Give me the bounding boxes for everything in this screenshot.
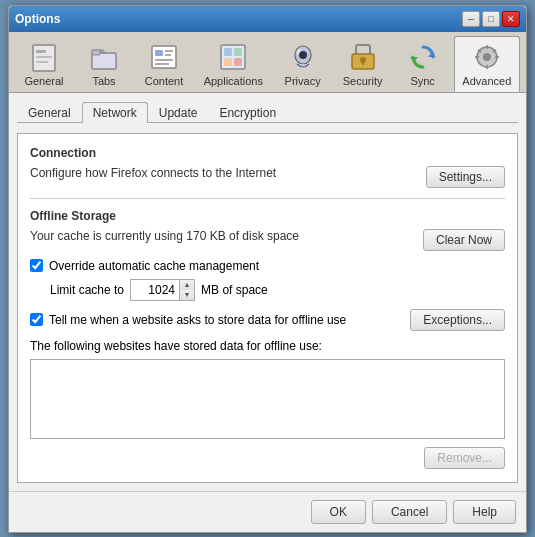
privacy-icon [287, 41, 319, 73]
title-controls: ─ □ ✕ [462, 11, 520, 27]
toolbar-tab-bar: General Tabs [9, 32, 526, 93]
tab-advanced[interactable]: Advanced [454, 36, 520, 92]
help-button[interactable]: Help [453, 500, 516, 524]
window-title: Options [15, 12, 60, 26]
svg-marker-26 [410, 57, 418, 62]
tab-security-label: Security [343, 75, 383, 87]
tell-me-row: Tell me when a website asks to store dat… [30, 309, 505, 331]
limit-unit: MB of space [201, 283, 268, 297]
svg-rect-17 [234, 58, 242, 66]
tell-me-checkbox[interactable] [30, 313, 43, 326]
svg-rect-10 [165, 54, 171, 56]
tab-sync-label: Sync [410, 75, 434, 87]
ok-button[interactable]: OK [311, 500, 366, 524]
tell-me-checkbox-row: Tell me when a website asks to store dat… [30, 313, 346, 327]
inner-tab-update[interactable]: Update [148, 102, 209, 123]
svg-rect-8 [155, 50, 163, 56]
clear-now-button[interactable]: Clear Now [423, 229, 505, 251]
tab-content[interactable]: Content [135, 36, 193, 92]
inner-tab-general[interactable]: General [17, 102, 82, 123]
svg-rect-3 [36, 61, 48, 63]
override-checkbox[interactable] [30, 259, 43, 272]
advanced-icon [471, 41, 503, 73]
connection-title: Connection [30, 146, 505, 160]
limit-input[interactable]: 1024 [130, 279, 180, 301]
website-list[interactable] [30, 359, 505, 439]
svg-rect-9 [165, 50, 173, 52]
tab-applications[interactable]: Applications [195, 36, 272, 92]
svg-rect-14 [224, 48, 232, 56]
svg-rect-16 [224, 58, 232, 66]
svg-rect-30 [486, 65, 488, 69]
remove-button[interactable]: Remove... [424, 447, 505, 469]
tell-me-label: Tell me when a website asks to store dat… [49, 313, 346, 327]
override-row: Override automatic cache management [30, 259, 505, 273]
tab-tabs-label: Tabs [92, 75, 115, 87]
minimize-button[interactable]: ─ [462, 11, 480, 27]
following-desc: The following websites have stored data … [30, 339, 322, 353]
svg-point-28 [483, 53, 491, 61]
network-panel: Connection Configure how Firefox connect… [17, 133, 518, 483]
cancel-button[interactable]: Cancel [372, 500, 447, 524]
settings-button[interactable]: Settings... [426, 166, 505, 188]
tab-privacy-label: Privacy [285, 75, 321, 87]
spinner-up[interactable]: ▲ [180, 280, 194, 290]
tabs-icon [88, 41, 120, 73]
tab-privacy[interactable]: Privacy [274, 36, 332, 92]
divider-1 [30, 198, 505, 199]
applications-icon [217, 41, 249, 73]
tab-sync[interactable]: Sync [394, 36, 452, 92]
inner-tab-bar: General Network Update Encryption [17, 101, 518, 123]
tab-tabs[interactable]: Tabs [75, 36, 133, 92]
bottom-bar: OK Cancel Help [9, 491, 526, 532]
title-bar: Options ─ □ ✕ [9, 6, 526, 32]
svg-rect-2 [36, 56, 52, 58]
general-icon [28, 41, 60, 73]
content-icon [148, 41, 180, 73]
svg-rect-29 [486, 45, 488, 49]
limit-row: Limit cache to 1024 ▲ ▼ MB of space [50, 279, 505, 301]
svg-rect-15 [234, 48, 242, 56]
svg-rect-11 [155, 59, 173, 61]
svg-rect-1 [36, 50, 46, 53]
sync-icon [407, 41, 439, 73]
maximize-button[interactable]: □ [482, 11, 500, 27]
connection-row: Configure how Firefox connects to the In… [30, 166, 505, 188]
tab-general[interactable]: General [15, 36, 73, 92]
tab-content-label: Content [145, 75, 184, 87]
close-button[interactable]: ✕ [502, 11, 520, 27]
exceptions-button[interactable]: Exceptions... [410, 309, 505, 331]
following-desc-container: The following websites have stored data … [30, 339, 505, 469]
svg-rect-24 [362, 60, 364, 65]
spinner-down[interactable]: ▼ [180, 290, 194, 300]
svg-rect-31 [475, 56, 479, 58]
tab-general-label: General [24, 75, 63, 87]
content-area: General Network Update Encryption Connec… [9, 93, 526, 491]
svg-rect-32 [495, 56, 499, 58]
inner-tab-network[interactable]: Network [82, 102, 148, 123]
svg-marker-25 [428, 52, 436, 57]
limit-label: Limit cache to [50, 283, 124, 297]
tab-security[interactable]: Security [334, 36, 392, 92]
spinner-arrows: ▲ ▼ [180, 279, 195, 301]
cache-desc: Your cache is currently using 170 KB of … [30, 229, 299, 243]
cache-row: Your cache is currently using 170 KB of … [30, 229, 505, 251]
limit-spinner[interactable]: 1024 ▲ ▼ [130, 279, 195, 301]
override-label: Override automatic cache management [49, 259, 259, 273]
tab-advanced-label: Advanced [462, 75, 511, 87]
options-window: Options ─ □ ✕ General [8, 5, 527, 533]
offline-storage-title: Offline Storage [30, 209, 505, 223]
svg-rect-6 [92, 50, 100, 55]
svg-point-20 [299, 51, 307, 59]
connection-desc: Configure how Firefox connects to the In… [30, 166, 276, 180]
tab-applications-label: Applications [204, 75, 263, 87]
inner-tab-encryption[interactable]: Encryption [208, 102, 287, 123]
svg-rect-12 [155, 63, 169, 65]
security-icon [347, 41, 379, 73]
